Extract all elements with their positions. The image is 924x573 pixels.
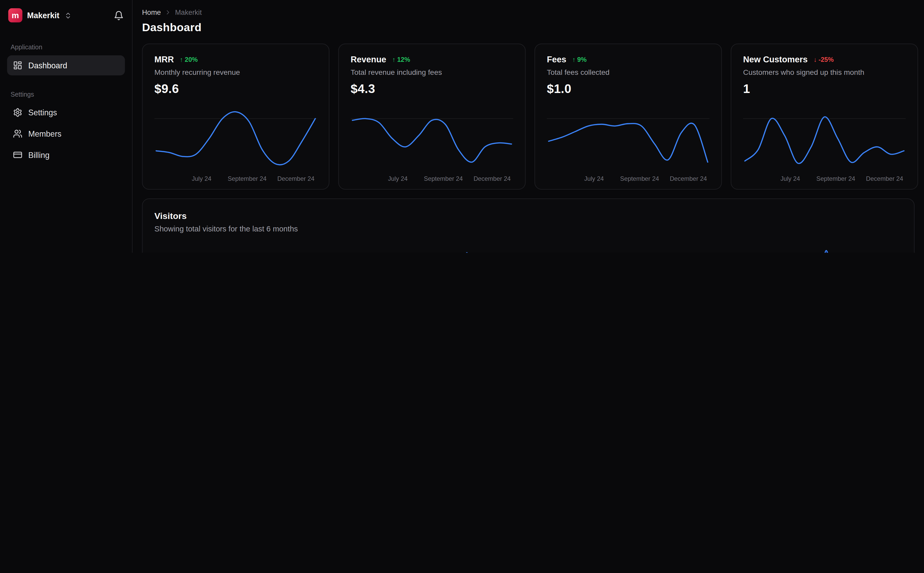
x-tick: July 24 [192,175,211,182]
gear-icon [13,108,22,117]
stat-value: $1.0 [547,82,709,96]
sidebar-item-label: Members [28,129,61,138]
new-customers-sparkline-chart [743,105,906,171]
trend-up-icon: ↑ [392,56,395,63]
stat-cards-row: MRR ↑ 20% Monthly recurring revenue $9.6… [142,44,915,189]
sidebar-item-members[interactable]: Members [7,124,125,144]
revenue-sparkline-chart [351,105,513,171]
trend-down-icon: ↓ [814,56,817,63]
sidebar-section-settings: Settings [11,91,121,98]
makerkit-logo: m [8,8,22,22]
x-tick: December 24 [474,175,511,182]
stat-card-mrr: MRR ↑ 20% Monthly recurring revenue $9.6… [142,44,329,189]
users-icon [13,129,22,138]
x-tick: July 24 [584,175,604,182]
x-tick: December 24 [670,175,707,182]
breadcrumb-home[interactable]: Home [142,8,161,17]
stat-subtitle: Customers who signed up this month [743,68,906,77]
notifications-button[interactable] [114,10,124,20]
sidebar-item-label: Billing [28,150,50,159]
trend-value: 20% [185,56,198,63]
trend-badge: ↓ -25% [814,56,834,63]
stat-card-fees: Fees ↑ 9% Total fees collected $1.0 July… [534,44,722,189]
workspace-row: m Makerkit [7,8,125,22]
visitors-area-chart [154,243,902,253]
sidebar-item-label: Settings [28,108,57,117]
fees-sparkline-chart [547,105,709,171]
credit-card-icon [13,150,22,160]
trend-up-icon: ↑ [573,56,576,63]
stat-value: 1 [743,82,906,96]
stat-title: Fees [547,55,566,64]
x-axis-labels: July 24 September 24 December 24 [547,174,709,183]
main-content: Home Makerkit Dashboard MRR ↑ 20% Monthl… [133,0,924,253]
stat-value: $4.3 [351,82,513,96]
sidebar-item-settings[interactable]: Settings [7,102,125,122]
breadcrumb-current: Makerkit [175,8,202,17]
trend-value: 12% [397,56,410,63]
visitors-card: Visitors Showing total visitors for the … [142,199,915,253]
bell-icon [114,10,124,20]
breadcrumb: Home Makerkit [142,8,915,17]
stat-title: MRR [154,55,174,64]
stat-subtitle: Total revenue including fees [351,68,513,77]
app-root: m Makerkit Application Dashboard Setting… [0,0,924,253]
x-tick: December 24 [866,175,903,182]
trend-up-icon: ↑ [180,56,183,63]
x-tick: September 24 [620,175,659,182]
grid-icon [13,61,22,70]
sidebar-item-label: Dashboard [28,61,67,70]
x-tick: September 24 [424,175,463,182]
x-tick: September 24 [228,175,267,182]
mrr-sparkline-chart [154,105,317,171]
x-tick: December 24 [277,175,314,182]
x-tick: July 24 [781,175,800,182]
visitors-title: Visitors [154,211,902,221]
x-axis-labels: July 24 September 24 December 24 [351,174,513,183]
sidebar-section-application: Application [11,44,121,51]
trend-badge: ↑ 9% [573,56,587,63]
x-axis-labels: July 24 September 24 December 24 [743,174,906,183]
stat-value: $9.6 [154,82,317,96]
x-axis-labels: July 24 September 24 December 24 [154,174,317,183]
stat-subtitle: Total fees collected [547,68,709,77]
sidebar-item-dashboard[interactable]: Dashboard [7,55,125,75]
stat-card-new-customers: New Customers ↓ -25% Customers who signe… [731,44,918,189]
sidebar-item-billing[interactable]: Billing [7,145,125,165]
chevron-right-icon [165,9,171,16]
logo-letter: m [12,11,19,20]
chevrons-up-down-icon [64,11,72,19]
workspace-name: Makerkit [27,11,59,20]
sidebar: m Makerkit Application Dashboard Setting… [0,0,133,253]
stat-subtitle: Monthly recurring revenue [154,68,317,77]
trend-value: 9% [577,56,587,63]
page-title: Dashboard [142,21,915,34]
x-tick: July 24 [388,175,408,182]
x-tick: September 24 [816,175,855,182]
stat-title: New Customers [743,55,808,64]
workspace-selector[interactable]: m Makerkit [8,8,72,22]
trend-badge: ↑ 12% [392,56,410,63]
stat-title: Revenue [351,55,386,64]
visitors-subtitle: Showing total visitors for the last 6 mo… [154,224,902,233]
trend-value: -25% [819,56,833,63]
stat-card-revenue: Revenue ↑ 12% Total revenue including fe… [338,44,526,189]
trend-badge: ↑ 20% [180,56,198,63]
